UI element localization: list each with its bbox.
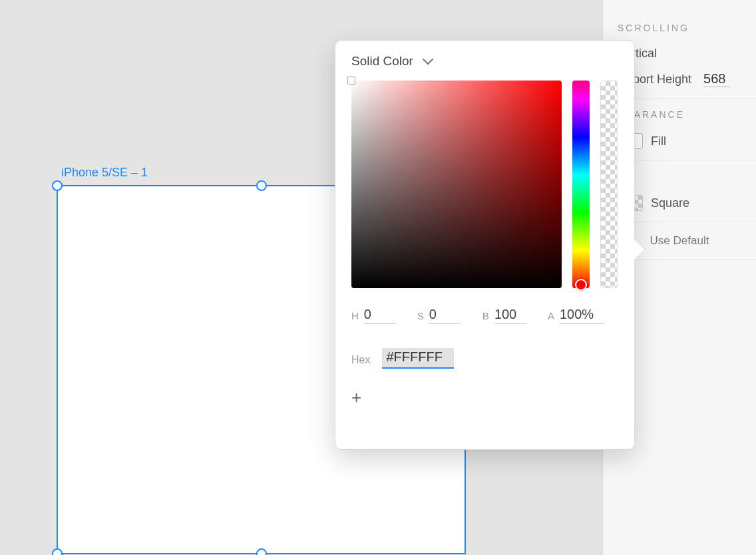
section-title-grid: ID [618, 171, 756, 182]
sv-cursor[interactable] [347, 77, 355, 85]
fill-label: Fill [651, 134, 666, 148]
hue-label: H [351, 310, 359, 324]
add-swatch-button[interactable]: + [351, 387, 618, 408]
viewport-height-row: ewport Height [618, 71, 756, 87]
saturation-input[interactable] [429, 307, 461, 324]
hue-input[interactable] [364, 307, 396, 324]
alpha-label: A [548, 310, 554, 324]
artboard-title[interactable]: iPhone 5/SE – 1 [61, 166, 148, 180]
brightness-input[interactable] [494, 307, 526, 324]
grid-row[interactable]: Square [618, 195, 756, 211]
resize-handle-bottom-left[interactable] [52, 548, 63, 555]
section-title-scrolling: SCROLLING [618, 23, 756, 33]
color-picker-popover: Solid Color H S B A Hex [335, 40, 635, 450]
fill-row[interactable]: Fill [618, 133, 756, 149]
saturation-label: S [417, 310, 424, 324]
hue-cursor[interactable] [575, 279, 587, 291]
brightness-label: B [482, 310, 489, 324]
viewport-height-input[interactable] [703, 71, 730, 87]
resize-handle-top-middle[interactable] [256, 180, 267, 191]
scroll-direction-row[interactable]: Vertical [618, 47, 756, 61]
resize-handle-bottom-middle[interactable] [256, 548, 267, 555]
grid-shape-label: Square [651, 196, 689, 210]
resize-handle-top-left[interactable] [52, 180, 63, 191]
color-mode-label: Solid Color [351, 54, 413, 69]
hex-input[interactable] [382, 348, 454, 369]
alpha-slider[interactable] [600, 81, 618, 288]
saturation-value-area[interactable] [351, 81, 562, 288]
alpha-input[interactable] [560, 307, 605, 324]
hue-slider[interactable] [572, 81, 590, 288]
color-mode-dropdown[interactable]: Solid Color [351, 54, 618, 69]
section-title-appearance: PEARANCE [618, 109, 756, 120]
chevron-down-icon [423, 55, 433, 69]
hex-label: Hex [351, 354, 370, 369]
